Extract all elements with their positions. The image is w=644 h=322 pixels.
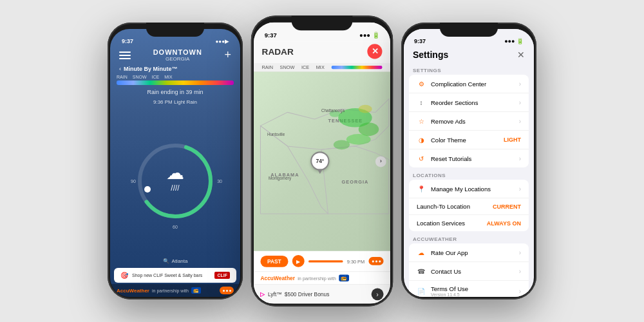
phone3-complication-icon: ⚙ [417,79,426,88]
phone3-termsofuse-icon: 📄 [417,287,426,296]
phone2-ad-chevron[interactable]: › [372,288,384,300]
phone1-location-name: DOWNTOWN [131,48,224,56]
phone-3-settings: 9:37 ●●● 🔋 Settings ✕ SETTINGS ⚙ Complic… [401,23,536,299]
phone2-legend-ice: ICE [301,65,309,70]
phone3-row-resettutorials[interactable]: ↺ Reset Tutorials › [409,149,529,167]
phone1-time-rain: 9:36 PM Light Rain [110,98,240,106]
phone1-gauge-label-90: 90 [131,179,136,184]
phone3-launchtolocation-label: Launch-To Location [417,203,493,210]
phone1-rain-info: Rain ending in 39 min [110,86,240,98]
phone1-footer-brand: AccuWeather in partnership with 📻 [117,287,201,294]
phone3-row-colortheme[interactable]: ◑ Color Theme LIGHT [409,131,529,149]
phone-2-screen: 9:37 ●●● 🔋 RADAR ✕ RAIN SNOW ICE MIX [254,23,390,304]
phone3-contactus-chevron: › [519,268,521,275]
phone2-timeline-more[interactable] [368,257,383,265]
phone3-row-locationservices[interactable]: Location Services ALWAYS ON [409,215,529,231]
phone2-time: 9:37 [265,32,277,39]
phone3-accuweather-header: ACCUWEATHER [404,234,534,243]
svg-point-12 [359,105,372,113]
phone1-nav[interactable]: ‹ Minute By Minute™ [110,64,240,73]
phone1-location: DOWNTOWN GEORGIA [131,48,224,62]
phone2-time-label: 9:30 PM [347,259,365,263]
phone3-settings-header: SETTINGS [404,65,534,75]
phone2-timeline-bar [308,260,343,262]
phone2-header: RADAR ✕ [254,41,390,63]
phone3-termsofuse-label: Terms Of Use [431,285,516,292]
phone1-legend-bar [117,80,234,85]
phone3-row-complication[interactable]: ⚙ Complication Center › [409,75,529,93]
phone2-footer: AccuWeather in partnership with 📻 [254,271,390,284]
phone3-row-managelocations[interactable]: 📍 Manage My Locations › [409,180,529,198]
phone1-gauge-container: ☁ //// 90 30 60 [110,109,240,253]
phone3-close-button[interactable]: ✕ [517,50,525,60]
phone2-ad-text: ▷ Lyft™ $500 Driver Bonus [260,291,329,298]
phone3-colortheme-value: LIGHT [504,137,521,143]
phone2-city-montgomery: Montgomery [269,176,291,180]
svg-text:GEORGIA: GEORGIA [341,179,368,185]
phone2-temp-pin: 74° [310,151,329,170]
phone1-footer-partner: in partnership with [152,289,189,293]
phone3-accuweather-list: ☁ Rate Our App › ☎ Contact Us › 📄 [409,243,529,297]
phone3-termsofuse-content: Terms Of Use Version 11.4.5 [431,285,516,297]
phone3-header: Settings ✕ [404,47,534,65]
phone3-row-reorder[interactable]: ↕ Reorder Sections › [409,93,529,112]
phone2-footer-brand: AccuWeather in partnership with 📻 [260,274,348,281]
phone3-battery: ●●● 🔋 [504,38,524,44]
phone3-contactus-label: Contact Us [431,268,516,275]
phone3-status-bar: 9:37 ●●● 🔋 [404,29,534,47]
phone2-temp-value: 74° [316,158,324,164]
phone1-menu-icon[interactable] [119,52,131,59]
phone3-managelocations-icon: 📍 [417,184,426,193]
phone1-time: 9:37 [122,38,133,44]
phone3-row-contactus[interactable]: ☎ Contact Us › [409,262,529,281]
phone2-lyft-icon: ▷ [260,291,265,298]
phone1-gauge-label-60: 60 [173,225,178,229]
phone3-row-removeads[interactable]: ☆ Remove Ads › [409,112,529,131]
phone2-legend-snow: SNOW [280,65,295,70]
phone2-play-button[interactable]: ▶ [292,255,305,267]
phone2-past-button[interactable]: PAST [260,255,288,267]
phone1-more-button[interactable] [220,287,234,294]
phone1-search-label: Atlanta [172,258,188,264]
phone2-legend-bar [331,66,382,69]
phone2-legend-rain: RAIN [262,65,274,70]
phone3-version: Version 11.4.5 [431,292,516,297]
phone-1-screen: 9:37 ●●●▶ DOWNTOWN GEORGIA + [110,29,240,297]
phone1-footer-logo: AccuWeather [117,288,149,294]
phone2-close-button[interactable]: ✕ [367,44,382,59]
phone1-search-bar[interactable]: 🔍 Atlanta [110,256,240,267]
legend-snow-label: SNOW [133,75,147,79]
svg-point-11 [334,140,350,149]
phone1-status-bar: 9:37 ●●●▶ [110,29,240,47]
phone3-complication-chevron: › [519,80,521,88]
phone1-ad-text: Shop new CLIF Sweet & Salty bars [132,273,211,278]
legend-ice-label: ICE [152,75,160,79]
phone1-battery: ●●●▶ [216,39,229,44]
phone3-locations-section: LOCATIONS 📍 Manage My Locations › Launch… [404,170,534,231]
phone2-legend: RAIN SNOW ICE MIX [254,63,390,72]
phone2-battery: ●●● 🔋 [359,32,379,39]
phone3-row-rateapp[interactable]: ☁ Rate Our App › [409,243,529,262]
svg-point-9 [359,122,379,136]
phone3-settings-section: SETTINGS ⚙ Complication Center › ↕ Reord… [404,65,534,167]
phone3-reorder-chevron: › [519,99,521,106]
phone3-resettutorials-label: Reset Tutorials [431,155,516,162]
phone3-settings-list: ⚙ Complication Center › ↕ Reorder Sectio… [409,75,529,167]
phone1-add-button[interactable]: + [224,48,231,62]
phones-container: 9:37 ●●●▶ DOWNTOWN GEORGIA + [95,10,549,312]
phone2-map[interactable]: TENNESSEE ALABAMA GEORGIA H [254,71,390,251]
phone1-ad-target-icon: 🎯 [120,272,128,279]
phone2-map-chevron[interactable]: › [375,156,386,167]
phone-2-radar: 9:37 ●●● 🔋 RADAR ✕ RAIN SNOW ICE MIX [251,15,393,307]
phone3-time: 9:37 [414,38,426,44]
phone1-gauge-svg: ☁ //// [133,139,217,223]
phone1-header: DOWNTOWN GEORGIA + [110,47,240,64]
phone2-footer-partner: in partnership with [298,276,336,280]
phone3-locationservices-value: ALWAYS ON [487,220,521,227]
phone1-partner-logo: 📻 [191,287,201,294]
phone3-row-termsofuse[interactable]: 📄 Terms Of Use Version 11.4.5 › [409,281,529,297]
phone3-row-launchtolocation[interactable]: Launch-To Location CURRENT [409,198,529,215]
phone2-status-bar: 9:37 ●●● 🔋 [254,23,390,41]
phone3-managelocations-label: Manage My Locations [431,185,516,193]
phone3-rateapp-icon: ☁ [417,248,426,257]
